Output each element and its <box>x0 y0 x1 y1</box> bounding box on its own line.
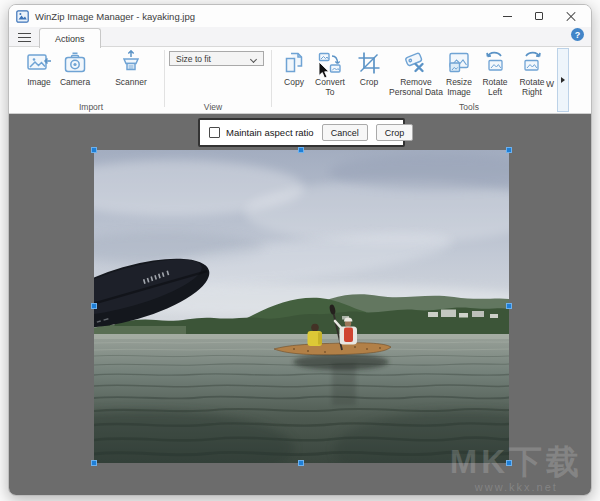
chevron-down-icon <box>251 57 257 63</box>
scanner-icon <box>108 49 154 75</box>
mouse-cursor-icon <box>318 62 330 79</box>
crop-toolbar: Maintain aspect ratio Cancel Crop <box>198 118 405 147</box>
ribbon-item-resize-image[interactable]: Resize Image <box>439 49 479 97</box>
image-canvas: Maintain aspect ratio Cancel Crop <box>9 114 591 496</box>
app-window: WinZip Image Manager - kayaking.jpg Acti… <box>8 4 592 496</box>
minimize-icon <box>503 16 512 17</box>
crop-icon <box>352 49 386 75</box>
minimize-button[interactable] <box>491 5 523 27</box>
crop-handle-top-right[interactable] <box>506 147 512 153</box>
ribbon-item-camera[interactable]: Camera <box>53 49 97 87</box>
close-icon <box>566 11 576 21</box>
crop-handle-bottom-middle[interactable] <box>298 460 304 466</box>
crop-handle-bottom-right[interactable] <box>506 460 512 466</box>
menu-tab-row: Actions <box>9 27 591 47</box>
hamburger-menu-button[interactable] <box>18 33 31 42</box>
ribbon-item-convert-to[interactable]: Convert To <box>310 49 350 97</box>
tab-actions[interactable]: Actions <box>39 28 101 48</box>
group-label-import: Import <box>65 102 117 112</box>
resize-image-icon <box>439 49 479 75</box>
crop-handle-middle-right[interactable] <box>506 303 512 309</box>
view-size-dropdown[interactable]: Size to fit <box>169 51 264 66</box>
kayaking-photo-graphic <box>94 150 509 463</box>
copy-icon <box>275 49 313 75</box>
ribbon-item-copy[interactable]: Copy <box>275 49 313 87</box>
title-bar[interactable]: WinZip Image Manager - kayaking.jpg <box>9 5 591 27</box>
camera-icon <box>53 49 97 75</box>
help-button[interactable]: ? <box>571 28 584 41</box>
app-logo-icon <box>16 10 29 23</box>
rotate-left-icon <box>478 49 512 75</box>
ribbon-item-remove-personal-data[interactable]: Remove Personal Data <box>385 49 447 97</box>
ribbon-scroll-right-button[interactable] <box>557 48 569 112</box>
maintain-aspect-ratio-label: Maintain aspect ratio <box>226 127 314 138</box>
maximize-icon <box>535 12 543 20</box>
remove-personal-data-icon <box>385 49 447 75</box>
group-label-view: View <box>188 102 238 112</box>
maintain-aspect-ratio-checkbox[interactable] <box>209 127 220 138</box>
crop-handle-top-middle[interactable] <box>298 147 304 153</box>
crop-handle-top-left[interactable] <box>91 147 97 153</box>
ribbon-item-rotate-right[interactable]: Rotate Right <box>514 49 550 97</box>
ribbon-item-crop[interactable]: Crop <box>352 49 386 87</box>
ribbon-item-scanner[interactable]: Scanner <box>108 49 154 87</box>
cancel-button[interactable]: Cancel <box>322 124 368 141</box>
arrow-right-icon <box>561 77 565 83</box>
crop-handle-bottom-left[interactable] <box>91 460 97 466</box>
group-label-tools: Tools <box>443 102 495 112</box>
ribbon-item-cut-off[interactable]: W <box>546 79 556 89</box>
ribbon-separator <box>271 50 272 107</box>
convert-to-icon <box>310 49 350 75</box>
ribbon-separator <box>164 50 165 107</box>
maximize-button[interactable] <box>523 5 555 27</box>
crop-button[interactable]: Crop <box>376 124 414 141</box>
window-title: WinZip Image Manager - kayaking.jpg <box>35 11 195 22</box>
close-button[interactable] <box>555 5 587 27</box>
ribbon: Image Camera <box>9 47 591 114</box>
ribbon-item-rotate-left[interactable]: Rotate Left <box>478 49 512 97</box>
crop-handle-middle-left[interactable] <box>91 303 97 309</box>
photo-kayaking[interactable] <box>94 150 509 463</box>
rotate-right-icon <box>514 49 550 75</box>
